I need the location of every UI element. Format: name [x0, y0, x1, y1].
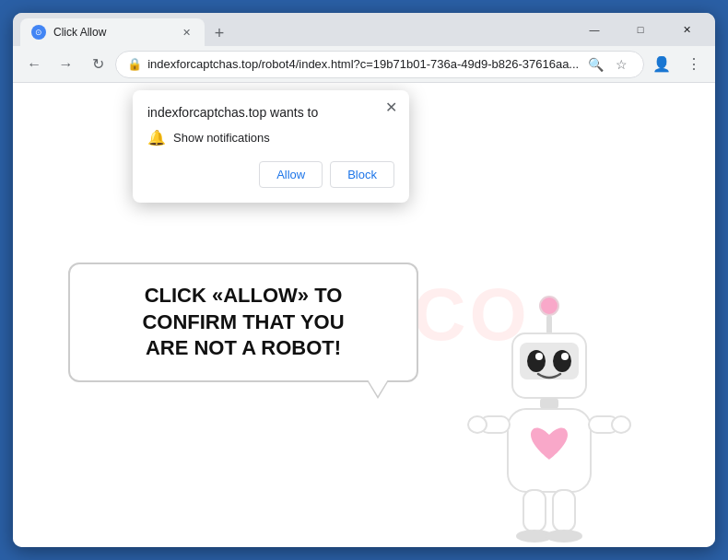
svg-point-13: [612, 416, 630, 433]
browser-window: ⊙ Click Allow ✕ + — □ ✕ ← → ↻ 🔒 indexfor…: [13, 13, 715, 547]
svg-point-5: [553, 350, 571, 372]
svg-rect-8: [540, 398, 558, 409]
svg-rect-15: [553, 490, 575, 531]
address-bar-icons: 🔍 ☆: [584, 53, 632, 76]
profile-button[interactable]: 👤: [648, 50, 675, 79]
speech-bubble: CLICK «ALLOW» TO CONFIRM THAT YOU ARE NO…: [68, 262, 418, 382]
close-button[interactable]: ✕: [665, 16, 708, 43]
allow-button[interactable]: Allow: [259, 161, 323, 188]
maximize-button[interactable]: □: [619, 16, 662, 43]
robot-character: [457, 289, 641, 547]
reload-button[interactable]: ↻: [84, 50, 112, 79]
forward-button[interactable]: →: [52, 50, 79, 79]
speech-bubble-container: CLICK «ALLOW» TO CONFIRM THAT YOU ARE NO…: [68, 244, 418, 382]
svg-point-7: [561, 353, 569, 360]
notification-dialog: ✕ indexforcaptchas.top wants to 🔔 Show n…: [133, 90, 409, 203]
window-controls: — □ ✕: [573, 16, 708, 43]
active-tab[interactable]: ⊙ Click Allow ✕: [20, 18, 205, 46]
url-text: indexforcaptchas.top/robot4/index.html?c…: [147, 57, 579, 71]
tab-close-button[interactable]: ✕: [179, 25, 194, 40]
main-message-line1: CLICK «ALLOW» TO CONFIRM THAT YOU: [142, 284, 344, 333]
svg-point-17: [546, 530, 582, 542]
main-message: CLICK «ALLOW» TO CONFIRM THAT YOU ARE NO…: [98, 283, 389, 362]
navigation-bar: ← → ↻ 🔒 indexforcaptchas.top/robot4/inde…: [13, 46, 715, 83]
page-content: RISK.CO ✕ indexforcaptchas.top wants to …: [13, 83, 715, 547]
tab-label: Click Allow: [53, 26, 171, 39]
tab-favicon: ⊙: [31, 25, 46, 40]
dialog-title: indexforcaptchas.top wants to: [147, 105, 394, 120]
title-bar: ⊙ Click Allow ✕ + — □ ✕: [13, 13, 715, 46]
main-message-line2: ARE NOT A ROBOT!: [146, 336, 341, 359]
dialog-permission-row: 🔔 Show notifications: [147, 129, 394, 146]
svg-point-6: [535, 353, 543, 360]
back-button[interactable]: ←: [20, 50, 48, 79]
block-button[interactable]: Block: [330, 161, 394, 188]
svg-rect-1: [546, 315, 552, 335]
svg-point-4: [527, 350, 546, 372]
address-bar[interactable]: 🔒 indexforcaptchas.top/robot4/index.html…: [115, 51, 644, 78]
svg-point-0: [540, 297, 558, 315]
new-tab-button[interactable]: +: [206, 20, 232, 46]
tab-strip: ⊙ Click Allow ✕ +: [20, 13, 573, 46]
bookmark-icon[interactable]: ☆: [610, 53, 632, 76]
permission-text: Show notifications: [173, 131, 270, 145]
lock-icon: 🔒: [127, 57, 142, 71]
svg-rect-14: [523, 490, 546, 531]
svg-point-11: [468, 416, 487, 433]
minimize-button[interactable]: —: [573, 16, 616, 43]
menu-button[interactable]: ⋮: [680, 50, 708, 79]
search-icon[interactable]: 🔍: [584, 53, 606, 76]
dialog-buttons: Allow Block: [147, 161, 394, 188]
dialog-close-button[interactable]: ✕: [382, 98, 400, 116]
bell-icon: 🔔: [147, 129, 166, 146]
